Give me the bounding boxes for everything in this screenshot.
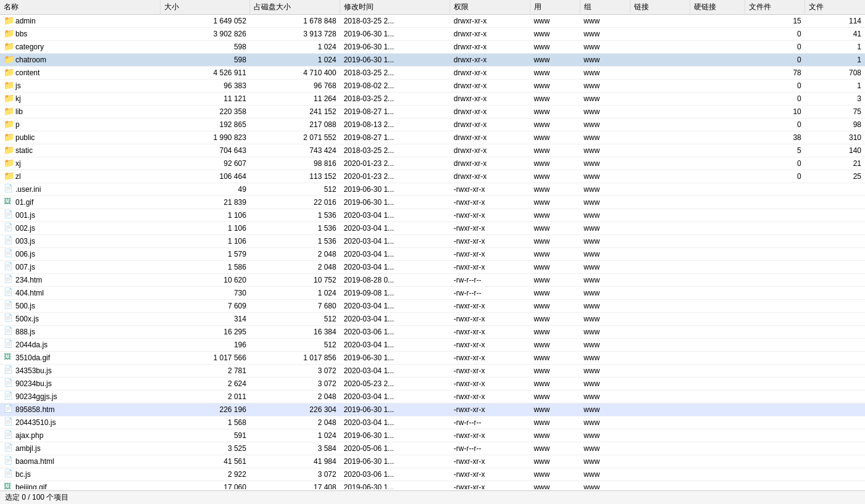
file-name-cell[interactable]: 🖼beijing.gif bbox=[0, 481, 160, 490]
table-row[interactable]: 🖼beijing.gif17 06017 4082019-06-30 1...-… bbox=[0, 481, 865, 490]
file-name-cell[interactable]: 📁zl bbox=[0, 170, 160, 183]
file-name-cell[interactable]: 📁public bbox=[0, 131, 160, 144]
file-name-cell[interactable]: 📄003.js bbox=[0, 235, 160, 248]
file-name-cell[interactable]: 📄90234ggjs.js bbox=[0, 390, 160, 403]
table-row[interactable]: 🖼01.gif21 83922 0162019-06-30 1...-rwxr-… bbox=[0, 196, 865, 209]
file-name-cell[interactable]: 📄500x.js bbox=[0, 313, 160, 326]
file-name-cell[interactable]: 📄001.js bbox=[0, 209, 160, 222]
file-name-cell[interactable]: 📄007.js bbox=[0, 261, 160, 274]
file-name-cell[interactable]: 📄500.js bbox=[0, 300, 160, 313]
table-row[interactable]: 📁bbs3 902 8263 913 7282019-06-30 1...drw… bbox=[0, 28, 865, 41]
table-row[interactable]: 📁public1 990 8232 071 5522019-08-27 1...… bbox=[0, 131, 865, 144]
file-name-cell[interactable]: 📁lib bbox=[0, 105, 160, 118]
cell-modified: 2019-09-08 1... bbox=[340, 287, 450, 300]
table-row[interactable]: 📄baoma.html41 56141 9842019-06-30 1...-r… bbox=[0, 455, 865, 468]
file-name-cell[interactable]: 🖼01.gif bbox=[0, 196, 160, 209]
file-name-cell[interactable]: 📄20443510.js bbox=[0, 416, 160, 429]
table-row[interactable]: 📄ajax.php5911 0242019-06-30 1...-rwxr-xr… bbox=[0, 429, 865, 442]
col-header-disksize[interactable]: 占磁盘大小 bbox=[250, 0, 340, 15]
cell-size: 49 bbox=[160, 183, 250, 196]
file-name-cell[interactable]: 📄baoma.html bbox=[0, 455, 160, 468]
table-row[interactable]: 📄895858.htm226 196226 3042019-06-30 1...… bbox=[0, 403, 865, 416]
cell-filecount bbox=[745, 248, 805, 261]
table-row[interactable]: 📄888.js16 29516 3842020-03-06 1...-rwxr-… bbox=[0, 326, 865, 339]
file-name-cell[interactable]: 📄234.htm bbox=[0, 274, 160, 287]
cell-attr: -rwxr-xr-x bbox=[450, 326, 530, 339]
table-row[interactable]: 📁kj11 12111 2642018-03-25 2...drwxr-xr-x… bbox=[0, 93, 865, 105]
js-icon: 📄 bbox=[4, 339, 14, 349]
table-row[interactable]: 📄500x.js3145122020-03-04 1...-rwxr-xr-xw… bbox=[0, 313, 865, 326]
file-name-cell[interactable]: 📁content bbox=[0, 67, 160, 80]
col-header-filecount[interactable]: 文件件 bbox=[745, 0, 805, 15]
table-row[interactable]: 📄234.htm10 62010 7522019-08-28 0...-rw-r… bbox=[0, 274, 865, 287]
file-name-cell[interactable]: 📁category bbox=[0, 41, 160, 54]
table-row[interactable]: 📁content4 526 9114 710 4002018-03-25 2..… bbox=[0, 67, 865, 80]
table-row[interactable]: 📄bc.js2 9223 0722020-03-06 1...-rwxr-xr-… bbox=[0, 468, 865, 481]
folder-icon: 📁 bbox=[4, 171, 14, 181]
file-name-cell[interactable]: 📁static bbox=[0, 144, 160, 157]
table-row[interactable]: 📁chatroom5981 0242019-06-30 1...drwxr-xr… bbox=[0, 54, 865, 67]
file-name-cell[interactable]: 📁p bbox=[0, 118, 160, 131]
table-row[interactable]: 📁lib220 358241 1522019-08-27 1...drwxr-x… bbox=[0, 105, 865, 118]
file-name-cell[interactable]: 📁xj bbox=[0, 157, 160, 170]
table-row[interactable]: 📁xj92 60798 8162020-01-23 2...drwxr-xr-x… bbox=[0, 157, 865, 170]
table-row[interactable]: 📁js96 38396 7682019-08-02 2...drwxr-xr-x… bbox=[0, 80, 865, 93]
cell-linkdest bbox=[630, 352, 690, 365]
table-row[interactable]: 🖼3510da.gif1 017 5661 017 8562019-06-30 … bbox=[0, 352, 865, 365]
cell-owner: www bbox=[530, 403, 580, 416]
cell-filecount: 0 bbox=[745, 54, 805, 67]
col-header-modified[interactable]: 修改时间 bbox=[340, 0, 450, 15]
table-row[interactable]: 📁category5981 0242019-06-30 1...drwxr-xr… bbox=[0, 41, 865, 54]
file-name-cell[interactable]: 📄ambjl.js bbox=[0, 442, 160, 455]
file-name-cell[interactable]: 📁admin bbox=[0, 15, 160, 28]
table-row[interactable]: 📄001.js1 1061 5362020-03-04 1...-rwxr-xr… bbox=[0, 209, 865, 222]
table-row[interactable]: 📁p192 865217 0882019-08-13 2...drwxr-xr-… bbox=[0, 118, 865, 131]
file-name-cell[interactable]: 📄.user.ini bbox=[0, 183, 160, 196]
table-row[interactable]: 📄34353bu.js2 7813 0722020-03-04 1...-rwx… bbox=[0, 365, 865, 378]
col-header-group[interactable]: 组 bbox=[580, 0, 630, 15]
table-row[interactable]: 📁admin1 649 0521 678 8482018-03-25 2...d… bbox=[0, 15, 865, 28]
col-header-linkdest[interactable]: 链接 bbox=[630, 0, 690, 15]
col-header-owner[interactable]: 用 bbox=[530, 0, 580, 15]
cell-count: 1 bbox=[805, 41, 865, 54]
file-name-cell[interactable]: 📄34353bu.js bbox=[0, 365, 160, 378]
file-name-cell[interactable]: 📄895858.htm bbox=[0, 403, 160, 416]
file-name-cell[interactable]: 📁chatroom bbox=[0, 54, 160, 67]
file-name-cell[interactable]: 📄bc.js bbox=[0, 468, 160, 481]
cell-attr: -rwxr-xr-x bbox=[450, 378, 530, 390]
file-name-cell[interactable]: 📁js bbox=[0, 80, 160, 93]
table-row[interactable]: 📄002.js1 1061 5362020-03-04 1...-rwxr-xr… bbox=[0, 222, 865, 235]
table-row[interactable]: 📄2044da.js1965122020-03-04 1...-rwxr-xr-… bbox=[0, 339, 865, 352]
file-name-cell[interactable]: 📄90234bu.js bbox=[0, 378, 160, 390]
col-header-size[interactable]: 大小 bbox=[160, 0, 250, 15]
file-table: 名称 大小 占磁盘大小 修改时间 权限 用 组 链接 硬链接 文件件 文件 📁a… bbox=[0, 0, 865, 489]
table-row[interactable]: 📁zl106 464113 1522020-01-23 2...drwxr-xr… bbox=[0, 170, 865, 183]
table-row[interactable]: 📄ambjl.js3 5253 5842020-05-06 1...-rw-r-… bbox=[0, 442, 865, 455]
table-row[interactable]: 📄500.js7 6097 6802020-03-04 1...-rwxr-xr… bbox=[0, 300, 865, 313]
file-name-cell[interactable]: 🖼3510da.gif bbox=[0, 352, 160, 365]
cell-linkdest bbox=[630, 442, 690, 455]
file-name-cell[interactable]: 📁kj bbox=[0, 93, 160, 105]
file-name-cell[interactable]: 📄2044da.js bbox=[0, 339, 160, 352]
table-row[interactable]: 📄007.js1 5862 0482020-03-04 1...-rwxr-xr… bbox=[0, 261, 865, 274]
col-header-hardlink[interactable]: 硬链接 bbox=[690, 0, 745, 15]
file-name-cell[interactable]: 📄888.js bbox=[0, 326, 160, 339]
table-row[interactable]: 📄90234bu.js2 6243 0722020-05-23 2...-rwx… bbox=[0, 378, 865, 390]
file-browser: 名称 大小 占磁盘大小 修改时间 权限 用 组 链接 硬链接 文件件 文件 📁a… bbox=[0, 0, 865, 489]
file-name-cell[interactable]: 📄002.js bbox=[0, 222, 160, 235]
cell-modified: 2020-03-04 1... bbox=[340, 300, 450, 313]
table-row[interactable]: 📄003.js1 1061 5362020-03-04 1...-rwxr-xr… bbox=[0, 235, 865, 248]
file-name-cell[interactable]: 📄404.html bbox=[0, 287, 160, 300]
table-row[interactable]: 📄404.html7301 0242019-09-08 1...-rw-r--r… bbox=[0, 287, 865, 300]
file-name-cell[interactable]: 📄ajax.php bbox=[0, 429, 160, 442]
table-row[interactable]: 📄.user.ini495122019-06-30 1...-rwxr-xr-x… bbox=[0, 183, 865, 196]
table-row[interactable]: 📄006.js1 5792 0482020-03-04 1...-rwxr-xr… bbox=[0, 248, 865, 261]
col-header-name[interactable]: 名称 bbox=[0, 0, 160, 15]
file-name-cell[interactable]: 📄006.js bbox=[0, 248, 160, 261]
col-header-attr[interactable]: 权限 bbox=[450, 0, 530, 15]
table-row[interactable]: 📄20443510.js1 5682 0482020-03-04 1...-rw… bbox=[0, 416, 865, 429]
file-name-cell[interactable]: 📁bbs bbox=[0, 28, 160, 41]
col-header-count[interactable]: 文件 bbox=[805, 0, 865, 15]
table-row[interactable]: 📄90234ggjs.js2 0112 0482020-03-04 1...-r… bbox=[0, 390, 865, 403]
table-row[interactable]: 📁static704 643743 4242018-03-25 2...drwx… bbox=[0, 144, 865, 157]
